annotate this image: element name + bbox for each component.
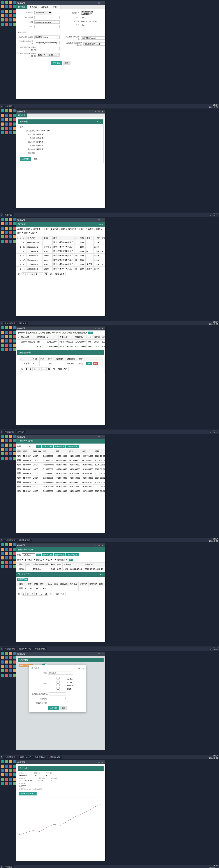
desktop-icon[interactable] <box>1 326 4 329</box>
desktop-icon[interactable] <box>1 565 4 568</box>
desktop-icon[interactable] <box>1 443 4 446</box>
desktop-icon[interactable] <box>13 674 16 677</box>
desktop-icon[interactable] <box>9 240 12 243</box>
desktop-icon[interactable] <box>1 652 4 655</box>
desktop-icon[interactable] <box>13 773 16 776</box>
desktop-icon[interactable] <box>13 765 16 768</box>
desktop-icon[interactable] <box>1 110 4 113</box>
table-row[interactable]: 时段置00.03108:333说明编辑 删除 <box>19 361 102 366</box>
desktop-icon[interactable] <box>1 435 4 438</box>
desktop-icon[interactable] <box>9 1 12 4</box>
desktop-icon[interactable] <box>13 235 16 239</box>
table-row[interactable]: 447Xxxaavaldisaxentf图计EA和KFST 共新广1000采查询… <box>16 262 105 267</box>
desktop-icon[interactable] <box>5 123 8 126</box>
desktop-icon[interactable] <box>13 335 16 338</box>
desktop-icon[interactable] <box>9 339 12 342</box>
desktop-icon[interactable] <box>1 123 4 126</box>
page-link[interactable]: 21 <box>43 592 49 596</box>
desktop-icon[interactable] <box>1 760 4 763</box>
desktop-icon[interactable] <box>9 23 12 26</box>
table-row[interactable]: 547Xxxaavaldisaxentf图计EA和KFST 共新广图-1000采… <box>16 267 105 271</box>
desktop-icon[interactable] <box>1 556 4 559</box>
taskbar-app[interactable]: 操作设置 <box>3 105 13 108</box>
desktop-icon[interactable] <box>9 231 12 234</box>
modal-cancel-button[interactable]: 配置 <box>60 706 67 710</box>
desktop-icon[interactable] <box>13 14 16 17</box>
desktop-icon[interactable] <box>5 218 8 221</box>
desktop-icon[interactable] <box>1 773 4 776</box>
account-button[interactable]: 账号 <box>19 664 25 667</box>
desktop-icon[interactable] <box>13 457 16 460</box>
desktop-icon[interactable] <box>13 769 16 772</box>
search-input[interactable] <box>22 445 35 448</box>
desktop-icon[interactable] <box>13 778 16 781</box>
desktop-icon[interactable] <box>5 19 8 22</box>
desktop-icon[interactable] <box>13 127 16 130</box>
desktop-icon[interactable] <box>13 23 16 26</box>
table-row[interactable]: 时段TDXXCAUSDT-0.08600000-0.25368880-0.253… <box>16 463 105 467</box>
apply-button[interactable]: 应用插排 <box>20 157 31 161</box>
desktop-icon[interactable] <box>1 23 4 26</box>
desktop-icon[interactable] <box>13 660 16 663</box>
desktop-icon[interactable] <box>9 123 12 126</box>
config-link[interactable]: 都置 <box>34 158 37 160</box>
search-input[interactable] <box>48 671 73 675</box>
desktop-icon[interactable] <box>13 231 16 234</box>
desktop-icon[interactable] <box>9 331 12 334</box>
desktop-icon[interactable] <box>9 652 12 655</box>
table-row[interactable]: 时段TDXXCAUSDT0.25368880-0.25368880-0.2536… <box>16 476 105 480</box>
desktop-icon[interactable] <box>5 5 8 8</box>
desktop-icon[interactable] <box>9 235 12 239</box>
table-row[interactable]: 547Xxxaavaldisaxentf图计EA和KFST 共新广1000--1… <box>16 249 105 253</box>
desktop-icon[interactable] <box>5 231 8 234</box>
desktop-icon[interactable] <box>1 1 4 4</box>
page-link[interactable]: 1 <box>25 367 28 371</box>
tab-3[interactable]: 运作设置 <box>39 5 51 9</box>
desktop-icon[interactable] <box>5 23 8 26</box>
max-icon[interactable]: □ <box>97 2 100 4</box>
desktop-icon[interactable] <box>1 765 4 768</box>
desktop-icon[interactable] <box>5 114 8 117</box>
desktop-icon[interactable] <box>13 452 16 455</box>
desktop-icon[interactable] <box>1 669 4 672</box>
desktop-icon[interactable] <box>9 435 12 438</box>
desktop-icon[interactable] <box>5 443 8 446</box>
pnl-btn-3[interactable]: 总该Daily总额 <box>66 445 79 448</box>
port-input[interactable] <box>34 25 60 28</box>
page-link[interactable]: 2 <box>26 592 30 596</box>
desktop-icon[interactable] <box>5 565 8 568</box>
desktop-icon[interactable] <box>5 543 8 546</box>
desktop-icon[interactable] <box>5 561 8 564</box>
page-link[interactable]: 21 <box>43 272 49 276</box>
desktop-icon[interactable] <box>1 782 4 785</box>
desktop-icon[interactable] <box>1 452 4 455</box>
desktop-icon[interactable] <box>5 131 8 134</box>
desktop-icon[interactable] <box>5 226 8 230</box>
desktop-icon[interactable] <box>5 348 8 351</box>
option-item[interactable]: axS/0 <box>49 680 73 683</box>
desktop-icon[interactable] <box>5 656 8 659</box>
table-row[interactable]: 447Xxxaavaldisaxentf图计EA和KFST 共新广图-1000-… <box>16 258 105 262</box>
tab-1[interactable]: 操作设置 <box>16 5 28 9</box>
min-icon[interactable]: − <box>94 2 97 4</box>
desktop-icon[interactable] <box>5 339 8 342</box>
desktop-icon[interactable] <box>1 231 4 234</box>
tab-2[interactable]: 邮件设置 <box>28 5 39 9</box>
desktop-icon[interactable] <box>5 660 8 663</box>
desktop-icon[interactable] <box>5 110 8 113</box>
desktop-icon[interactable] <box>9 660 12 663</box>
desktop-icon[interactable] <box>9 782 12 785</box>
edit-icon[interactable]: ✎ <box>97 121 99 123</box>
close-icon[interactable]: × <box>83 667 84 669</box>
desktop-icon[interactable] <box>1 543 4 546</box>
desktop-icon[interactable] <box>5 669 8 672</box>
pnl-btn-2[interactable]: 搜该PnL总额 <box>54 445 65 448</box>
desktop-icon[interactable] <box>9 218 12 221</box>
desktop-icon[interactable] <box>13 669 16 672</box>
table-row[interactable]: 时段TDXXCAUSDT-0.04600000-0.25368880-0.253… <box>16 480 105 485</box>
desktop-icon[interactable] <box>13 226 16 230</box>
search-icon[interactable]: 🔍 <box>78 667 80 669</box>
desktop-icon[interactable] <box>5 222 8 225</box>
desktop-icon[interactable] <box>1 665 4 668</box>
table-row[interactable]: 161Xxxaavaldis群では会图计EA和KFST 共新广1000--118… <box>16 245 105 249</box>
